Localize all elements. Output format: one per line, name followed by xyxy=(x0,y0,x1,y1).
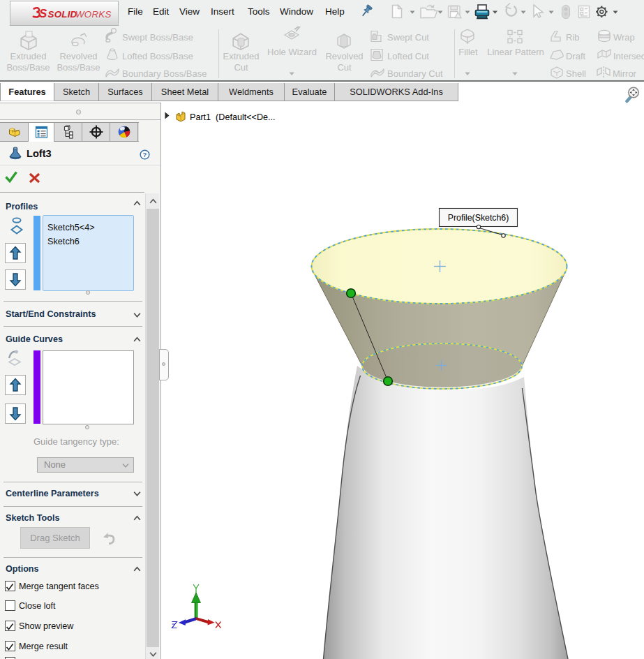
svg-text:SOLID: SOLID xyxy=(48,9,77,20)
svg-text:Part1 (Default<<De...: Part1 (Default<<De... xyxy=(190,112,276,122)
svg-text:Profile(Sketch6): Profile(Sketch6) xyxy=(448,213,509,223)
svg-text:WORKS: WORKS xyxy=(75,9,112,20)
svg-text:S: S xyxy=(39,7,47,20)
svg-text:?: ? xyxy=(143,151,147,158)
